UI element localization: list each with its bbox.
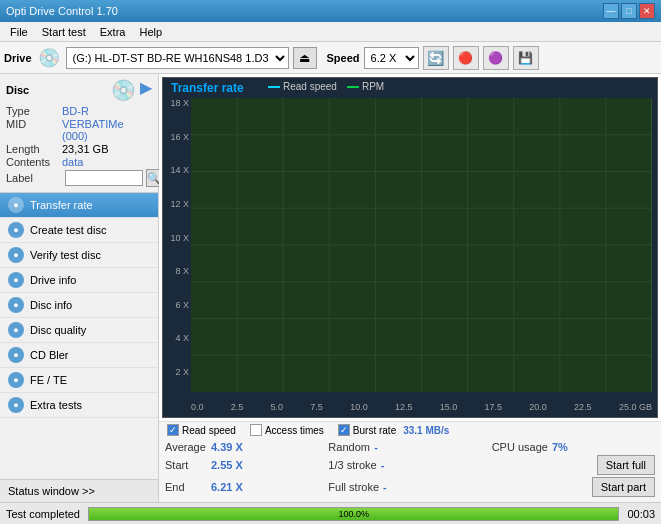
access-times-checkbox-label: Access times bbox=[265, 425, 324, 436]
menu-bar: File Start test Extra Help bbox=[0, 22, 661, 42]
menu-help[interactable]: Help bbox=[133, 24, 168, 40]
start-full-container: Start full bbox=[492, 455, 655, 475]
end-value: 6.21 X bbox=[211, 481, 249, 493]
cpu-value: 7% bbox=[552, 441, 590, 453]
extra-tests-label: Extra tests bbox=[30, 399, 82, 411]
y-label-18x: 18 X bbox=[170, 98, 189, 108]
stats-row-3: End 6.21 X Full stroke - Start part bbox=[165, 477, 655, 497]
disc-mid-row: MID VERBATIMe (000) bbox=[6, 118, 152, 142]
sidebar-item-transfer-rate[interactable]: ●Transfer rate bbox=[0, 193, 158, 218]
checkbox-access-times[interactable]: Access times bbox=[250, 424, 324, 436]
drive-icon: 💿 bbox=[38, 47, 60, 69]
y-label-2x: 2 X bbox=[175, 367, 189, 377]
disc-length-row: Length 23,31 GB bbox=[6, 143, 152, 155]
disc-quality-icon: ● bbox=[8, 322, 24, 338]
checkbox-burst-rate[interactable]: ✓ Burst rate 33.1 MB/s bbox=[338, 424, 450, 436]
burst-rate-checkbox[interactable]: ✓ bbox=[338, 424, 350, 436]
start-label: Start bbox=[165, 459, 207, 471]
sidebar-item-verify-test-disc[interactable]: ●Verify test disc bbox=[0, 243, 158, 268]
access-times-checkbox[interactable] bbox=[250, 424, 262, 436]
start-part-container: Start part bbox=[492, 477, 655, 497]
average-value: 4.39 X bbox=[211, 441, 249, 453]
fe-te-icon: ● bbox=[8, 372, 24, 388]
disc-arrow-icon[interactable]: ▶ bbox=[140, 78, 152, 102]
disc-image-icon: 💿 bbox=[111, 78, 136, 102]
status-window-label: Status window >> bbox=[8, 485, 95, 497]
read-speed-checkbox-label: Read speed bbox=[182, 425, 236, 436]
menu-start-test[interactable]: Start test bbox=[36, 24, 92, 40]
x-label-175: 17.5 bbox=[485, 402, 503, 412]
stat-random: Random - bbox=[328, 441, 491, 453]
random-value: - bbox=[374, 441, 412, 453]
legend-read-speed: Read speed bbox=[268, 81, 337, 92]
speed-select[interactable]: 6.2 X bbox=[364, 47, 419, 69]
maximize-button[interactable]: □ bbox=[621, 3, 637, 19]
label-input[interactable] bbox=[65, 170, 143, 186]
type-value: BD-R bbox=[62, 105, 89, 117]
fe-te-label: FE / TE bbox=[30, 374, 67, 386]
drive-label: Drive bbox=[4, 52, 32, 64]
disc-type-row: Type BD-R bbox=[6, 105, 152, 117]
mid-value: VERBATIMe (000) bbox=[62, 118, 152, 142]
stat-average: Average 4.39 X bbox=[165, 441, 328, 453]
read-speed-checkbox[interactable]: ✓ bbox=[167, 424, 179, 436]
sidebar-item-cd-bler[interactable]: ●CD Bler bbox=[0, 343, 158, 368]
y-label-14x: 14 X bbox=[170, 165, 189, 175]
end-label: End bbox=[165, 481, 207, 493]
status-window-button[interactable]: Status window >> bbox=[0, 479, 158, 502]
legend-rpm: RPM bbox=[347, 81, 384, 92]
disc-label-row: Label 🔍 bbox=[6, 169, 152, 187]
eject-button[interactable]: ⏏ bbox=[293, 47, 317, 69]
x-label-75: 7.5 bbox=[310, 402, 323, 412]
menu-extra[interactable]: Extra bbox=[94, 24, 132, 40]
close-button[interactable]: ✕ bbox=[639, 3, 655, 19]
progress-text: 100.0% bbox=[89, 508, 618, 520]
pink-circle-button[interactable]: 🟣 bbox=[483, 46, 509, 70]
sidebar-item-disc-quality[interactable]: ●Disc quality bbox=[0, 318, 158, 343]
title-bar: Opti Drive Control 1.70 — □ ✕ bbox=[0, 0, 661, 22]
chart-grid bbox=[191, 98, 652, 392]
start-part-button[interactable]: Start part bbox=[592, 477, 655, 497]
disc-panel: Disc 💿 ▶ Type BD-R MID VERBATIMe (000) L… bbox=[0, 74, 158, 193]
sidebar-item-drive-info[interactable]: ●Drive info bbox=[0, 268, 158, 293]
save-button[interactable]: 💾 bbox=[513, 46, 539, 70]
mid-key: MID bbox=[6, 118, 62, 142]
start-full-button[interactable]: Start full bbox=[597, 455, 655, 475]
minimize-button[interactable]: — bbox=[603, 3, 619, 19]
average-label: Average bbox=[165, 441, 207, 453]
x-label-150: 15.0 bbox=[440, 402, 458, 412]
type-key: Type bbox=[6, 105, 62, 117]
sidebar-item-create-test-disc[interactable]: ●Create test disc bbox=[0, 218, 158, 243]
burst-rate-value: 33.1 MB/s bbox=[403, 425, 449, 436]
speed-label: Speed bbox=[327, 52, 360, 64]
refresh-button[interactable]: 🔄 bbox=[423, 46, 449, 70]
content-area: Transfer rate Read speed RPM 18 X 16 X 1… bbox=[159, 74, 661, 502]
disc-info-icon: ● bbox=[8, 297, 24, 313]
sidebar-item-extra-tests[interactable]: ●Extra tests bbox=[0, 393, 158, 418]
stat-start: Start 2.55 X bbox=[165, 459, 328, 471]
time-display: 00:03 bbox=[627, 508, 655, 520]
sidebar-item-disc-info[interactable]: ●Disc info bbox=[0, 293, 158, 318]
x-label-50: 5.0 bbox=[271, 402, 284, 412]
red-circle-button[interactable]: 🔴 bbox=[453, 46, 479, 70]
stats-row-1: Average 4.39 X Random - CPU usage 7% bbox=[165, 441, 655, 453]
transfer-rate-label: Transfer rate bbox=[30, 199, 93, 211]
one-third-stroke-label: 1/3 stroke bbox=[328, 459, 376, 471]
chart-svg bbox=[191, 98, 652, 392]
y-label-8x: 8 X bbox=[175, 266, 189, 276]
x-label-125: 12.5 bbox=[395, 402, 413, 412]
disc-label: Disc bbox=[6, 84, 29, 96]
full-stroke-label: Full stroke bbox=[328, 481, 379, 493]
app-title: Opti Drive Control 1.70 bbox=[6, 5, 118, 17]
start-value: 2.55 X bbox=[211, 459, 249, 471]
extra-tests-icon: ● bbox=[8, 397, 24, 413]
drive-select[interactable]: (G:) HL-DT-ST BD-RE WH16NS48 1.D3 bbox=[66, 47, 289, 69]
x-label-250: 25.0 GB bbox=[619, 402, 652, 412]
checkbox-read-speed[interactable]: ✓ Read speed bbox=[167, 424, 236, 436]
menu-file[interactable]: File bbox=[4, 24, 34, 40]
full-stroke-value: - bbox=[383, 481, 421, 493]
x-label-225: 22.5 bbox=[574, 402, 592, 412]
sidebar-item-fe-te[interactable]: ●FE / TE bbox=[0, 368, 158, 393]
main-layout: Disc 💿 ▶ Type BD-R MID VERBATIMe (000) L… bbox=[0, 74, 661, 502]
transfer-rate-icon: ● bbox=[8, 197, 24, 213]
